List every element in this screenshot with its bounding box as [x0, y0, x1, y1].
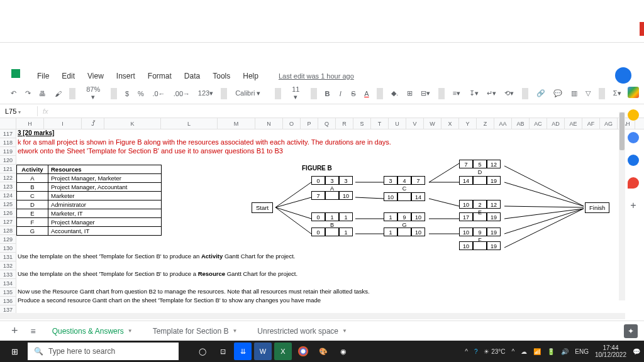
col-header-H[interactable]: H	[16, 118, 44, 129]
row-header-129[interactable]: 129	[0, 235, 16, 244]
currency-button[interactable]: $	[122, 88, 132, 99]
col-header-AC[interactable]: AC	[530, 118, 547, 129]
borders-button[interactable]: ⊞	[404, 87, 416, 99]
link-button[interactable]: 🔗	[533, 87, 548, 99]
strike-button[interactable]: S	[348, 88, 358, 99]
weather-widget[interactable]: ☀ 23°C	[484, 348, 505, 355]
row-header-130[interactable]: 130	[0, 244, 16, 253]
bold-button[interactable]: B	[322, 88, 333, 99]
functions-button[interactable]: Σ▾	[610, 87, 624, 99]
row-header-118[interactable]: 118	[0, 138, 16, 147]
filter-button[interactable]: ▽	[582, 87, 594, 99]
italic-button[interactable]: I	[335, 88, 345, 99]
col-header-AG[interactable]: AG	[600, 118, 618, 129]
chevron-up-icon[interactable]: ^	[465, 348, 468, 355]
col-header-M[interactable]: M	[218, 118, 255, 129]
font-select[interactable]: Calibri ▾	[232, 87, 270, 99]
row-header-128[interactable]: 128	[0, 226, 16, 235]
print-icon[interactable]: 🖶	[36, 88, 49, 99]
row-header-132[interactable]: 132	[0, 261, 16, 270]
row-header-134[interactable]: 134	[0, 279, 16, 288]
name-box[interactable]: L75 ▾	[0, 106, 38, 116]
tab-template-section-b[interactable]: Template for Section B▼	[144, 323, 247, 339]
halign-button[interactable]: ≡▾	[450, 87, 464, 99]
avatar[interactable]	[614, 66, 633, 85]
volume-icon[interactable]: 🔊	[561, 348, 569, 355]
zoom-select[interactable]: 87% ▾	[80, 84, 106, 103]
menu-tools[interactable]: Tools	[207, 69, 236, 83]
percent-button[interactable]: %	[135, 88, 147, 99]
tray-expand-icon[interactable]: ^	[512, 348, 515, 355]
row-header-136[interactable]: 136	[0, 297, 16, 305]
row-header-124[interactable]: 124	[0, 191, 16, 200]
menu-file[interactable]: File	[31, 69, 55, 83]
notifications-icon[interactable]: 💬	[633, 348, 640, 355]
row-header-135[interactable]: 135	[0, 288, 16, 297]
menu-help[interactable]: Help	[237, 69, 264, 83]
redo-icon[interactable]: ↷	[22, 87, 34, 99]
row-header-120[interactable]: 120	[0, 156, 16, 165]
row-header-125[interactable]: 125	[0, 200, 16, 209]
vertical-scrollbar[interactable]	[619, 112, 625, 300]
row-header-133[interactable]: 133	[0, 270, 16, 279]
horizontal-scrollbar[interactable]	[0, 313, 625, 319]
tasks-icon[interactable]	[628, 132, 639, 143]
undo-icon[interactable]: ↶	[8, 87, 19, 99]
calendar-icon[interactable]	[628, 87, 639, 98]
row-header-121[interactable]: 121	[0, 165, 16, 173]
col-header-AF[interactable]: AF	[582, 118, 600, 129]
excel-icon[interactable]: X	[274, 343, 292, 360]
font-size-select[interactable]: 11 ▾	[286, 84, 305, 103]
col-header-S[interactable]: S	[353, 118, 371, 129]
task-view-icon[interactable]: ◯	[194, 343, 211, 360]
all-sheets-button[interactable]: ≡	[26, 326, 41, 336]
tab-unrestricted-workspace[interactable]: Unrestricted work space▼	[248, 323, 356, 339]
valign-button[interactable]: ↧▾	[466, 87, 481, 99]
col-header-Q[interactable]: Q	[318, 118, 336, 129]
dec-increase-button[interactable]: .00→	[170, 88, 192, 99]
onedrive-icon[interactable]: ☁	[521, 348, 527, 355]
col-header-X[interactable]: X	[441, 118, 459, 129]
wrap-button[interactable]: ↵▾	[484, 87, 499, 99]
col-header-V[interactable]: V	[406, 118, 424, 129]
row-header-126[interactable]: 126	[0, 209, 16, 217]
col-header-T[interactable]: T	[371, 118, 389, 129]
paint-icon[interactable]: 🖌	[52, 88, 65, 99]
menu-format[interactable]: Format	[142, 69, 177, 83]
fill-color-button[interactable]: ◆.	[388, 87, 401, 99]
col-header-N[interactable]: N	[255, 118, 283, 129]
network-icon[interactable]: 📶	[533, 348, 541, 355]
add-sheet-button[interactable]: +	[6, 324, 23, 337]
row-header-131[interactable]: 131	[0, 253, 16, 261]
col-header-AD[interactable]: AD	[547, 118, 565, 129]
dec-decrease-button[interactable]: .0←	[149, 88, 167, 99]
language-indicator[interactable]: ENG	[575, 348, 589, 355]
row-header-122[interactable]: 122	[0, 173, 16, 182]
contacts-icon[interactable]	[628, 155, 639, 166]
col-header-W[interactable]: W	[424, 118, 441, 129]
dropbox-icon[interactable]: ⇊	[234, 343, 252, 360]
app-icon[interactable]: ◉	[335, 343, 352, 360]
add-addon-icon[interactable]: +	[630, 200, 636, 211]
col-header-L[interactable]: L	[161, 118, 218, 129]
col-header-AA[interactable]: AA	[494, 118, 512, 129]
row-header-119[interactable]: 119	[0, 147, 16, 156]
row-header-123[interactable]: 123	[0, 182, 16, 191]
cortana-icon[interactable]: ⊡	[214, 343, 231, 360]
menu-edit[interactable]: Edit	[56, 69, 80, 83]
menu-view[interactable]: View	[82, 69, 109, 83]
sheet-grid[interactable]: 1171181191201211221231241251261271281291…	[0, 129, 644, 324]
col-header-O[interactable]: O	[283, 118, 301, 129]
row-header-117[interactable]: 117	[0, 129, 16, 138]
merge-button[interactable]: ⊟▾	[418, 87, 433, 99]
keep-icon[interactable]	[628, 109, 639, 121]
help-tray-icon[interactable]: ?	[474, 348, 478, 355]
col-header-I[interactable]: I	[44, 118, 82, 129]
clock[interactable]: 17:4410/12/2022	[595, 344, 626, 358]
col-header-R[interactable]: R	[336, 118, 353, 129]
taskbar-search[interactable]: 🔍Type here to search	[28, 343, 179, 360]
col-header-P[interactable]: P	[301, 118, 318, 129]
formula-bar[interactable]	[53, 107, 644, 115]
battery-icon[interactable]: 🔋	[547, 348, 555, 355]
rotate-button[interactable]: ⟲▾	[501, 87, 516, 99]
